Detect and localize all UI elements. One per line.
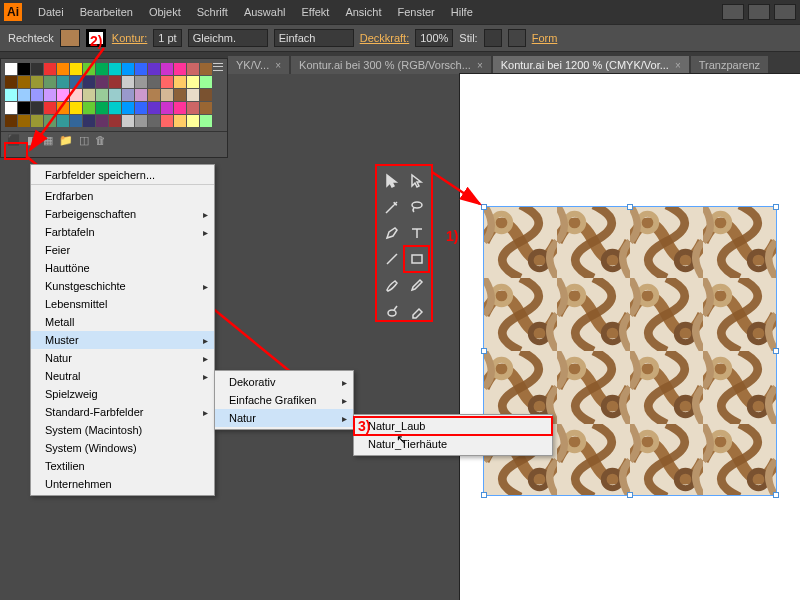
color-swatch[interactable] xyxy=(96,89,108,101)
color-swatch[interactable] xyxy=(31,63,43,75)
color-swatch[interactable] xyxy=(135,102,147,114)
menu-item[interactable]: Erdfarben xyxy=(31,187,214,205)
submenu-item[interactable]: Natur xyxy=(215,409,353,427)
color-swatch[interactable] xyxy=(187,63,199,75)
color-swatch[interactable] xyxy=(18,115,30,127)
menu-item[interactable]: Spielzweig xyxy=(31,385,214,403)
color-swatch[interactable] xyxy=(70,63,82,75)
color-swatch[interactable] xyxy=(109,115,121,127)
color-swatch[interactable] xyxy=(161,115,173,127)
menu-auswahl[interactable]: Auswahl xyxy=(236,6,294,18)
selection-handle[interactable] xyxy=(481,204,487,210)
color-swatch[interactable] xyxy=(148,102,160,114)
color-swatch[interactable] xyxy=(109,89,121,101)
submenu-item[interactable]: Einfache Grafiken xyxy=(215,391,353,409)
type-tool-icon[interactable] xyxy=(404,220,429,246)
paintbrush-tool-icon[interactable] xyxy=(379,272,404,298)
menu-item[interactable]: Metall xyxy=(31,313,214,331)
blob-brush-tool-icon[interactable] xyxy=(379,298,404,324)
color-swatch[interactable] xyxy=(135,76,147,88)
menu-item[interactable]: Muster xyxy=(31,331,214,349)
color-swatch[interactable] xyxy=(187,89,199,101)
color-swatch[interactable] xyxy=(5,63,17,75)
doc-tab[interactable]: Kontur.ai bei 1200 % (CMYK/Vor...× xyxy=(493,56,689,74)
color-swatch[interactable] xyxy=(174,115,186,127)
submenu-item[interactable]: Natur_Laub xyxy=(354,417,552,435)
magic-wand-tool-icon[interactable] xyxy=(379,194,404,220)
kontur-label[interactable]: Kontur: xyxy=(112,32,147,44)
color-swatch[interactable] xyxy=(200,115,212,127)
fill-swatch[interactable] xyxy=(60,29,80,47)
menu-effekt[interactable]: Effekt xyxy=(293,6,337,18)
color-swatch[interactable] xyxy=(44,102,56,114)
line-tool-icon[interactable] xyxy=(379,246,404,272)
color-swatch[interactable] xyxy=(5,76,17,88)
stroke-weight-field[interactable]: 1 pt xyxy=(153,29,181,47)
menu-datei[interactable]: Datei xyxy=(30,6,72,18)
selection-handle[interactable] xyxy=(481,492,487,498)
color-swatch[interactable] xyxy=(83,63,95,75)
swatches-grid[interactable] xyxy=(1,59,227,131)
recolor-icon[interactable] xyxy=(508,29,526,47)
opacity-label[interactable]: Deckkraft: xyxy=(360,32,410,44)
close-icon[interactable]: × xyxy=(275,60,281,71)
menu-item[interactable]: Feier xyxy=(31,241,214,259)
color-swatch[interactable] xyxy=(83,76,95,88)
menu-item[interactable]: Lebensmittel xyxy=(31,295,214,313)
color-swatch[interactable] xyxy=(122,89,134,101)
color-swatch[interactable] xyxy=(135,63,147,75)
color-swatch[interactable] xyxy=(96,115,108,127)
opacity-field[interactable]: 100% xyxy=(415,29,453,47)
color-swatch[interactable] xyxy=(18,89,30,101)
color-swatch[interactable] xyxy=(161,102,173,114)
layout-toggle-icon[interactable] xyxy=(722,4,744,20)
eraser-tool-icon[interactable] xyxy=(404,298,429,324)
rectangle-tool-icon[interactable] xyxy=(404,246,429,272)
menu-item[interactable]: Farbtafeln xyxy=(31,223,214,241)
color-swatch[interactable] xyxy=(57,76,69,88)
menu-item[interactable]: Textilien xyxy=(31,457,214,475)
menu-item[interactable]: Standard-Farbfelder xyxy=(31,403,214,421)
color-swatch[interactable] xyxy=(122,76,134,88)
menu-item[interactable]: Natur xyxy=(31,349,214,367)
color-swatch[interactable] xyxy=(44,76,56,88)
color-swatch[interactable] xyxy=(200,102,212,114)
pen-tool-icon[interactable] xyxy=(379,220,404,246)
color-swatch[interactable] xyxy=(161,89,173,101)
color-swatch[interactable] xyxy=(18,102,30,114)
color-swatch[interactable] xyxy=(109,76,121,88)
color-swatch[interactable] xyxy=(161,63,173,75)
color-swatch[interactable] xyxy=(70,102,82,114)
menu-fenster[interactable]: Fenster xyxy=(389,6,442,18)
menu-item[interactable]: System (Macintosh) xyxy=(31,421,214,439)
selection-handle[interactable] xyxy=(627,204,633,210)
pencil-tool-icon[interactable] xyxy=(404,272,429,298)
selection-handle[interactable] xyxy=(627,492,633,498)
new-swatch-icon[interactable]: ◫ xyxy=(79,134,89,147)
menu-item[interactable]: Kunstgeschichte xyxy=(31,277,214,295)
color-swatch[interactable] xyxy=(122,115,134,127)
color-swatch[interactable] xyxy=(148,89,160,101)
color-swatch[interactable] xyxy=(174,89,186,101)
menu-item[interactable]: Hauttöne xyxy=(31,259,214,277)
color-swatch[interactable] xyxy=(44,89,56,101)
menu-hilfe[interactable]: Hilfe xyxy=(443,6,481,18)
selection-tool-icon[interactable] xyxy=(379,168,404,194)
color-swatch[interactable] xyxy=(5,115,17,127)
color-swatch[interactable] xyxy=(148,76,160,88)
doc-tab[interactable]: Tranzparenz xyxy=(691,56,768,74)
color-swatch[interactable] xyxy=(96,63,108,75)
color-swatch[interactable] xyxy=(57,102,69,114)
color-swatch[interactable] xyxy=(31,115,43,127)
profile-field[interactable]: Einfach xyxy=(274,29,354,47)
menu-item[interactable]: Farbeigenschaften xyxy=(31,205,214,223)
swatch-kind-icon[interactable]: ◧ xyxy=(27,134,37,147)
color-swatch[interactable] xyxy=(96,76,108,88)
doc-tab[interactable]: Kontur.ai bei 300 % (RGB/Vorsch...× xyxy=(291,56,491,74)
color-swatch[interactable] xyxy=(200,89,212,101)
dash-field[interactable]: Gleichm. xyxy=(188,29,268,47)
form-label[interactable]: Form xyxy=(532,32,558,44)
color-swatch[interactable] xyxy=(18,76,30,88)
close-icon[interactable]: × xyxy=(675,60,681,71)
menu-objekt[interactable]: Objekt xyxy=(141,6,189,18)
